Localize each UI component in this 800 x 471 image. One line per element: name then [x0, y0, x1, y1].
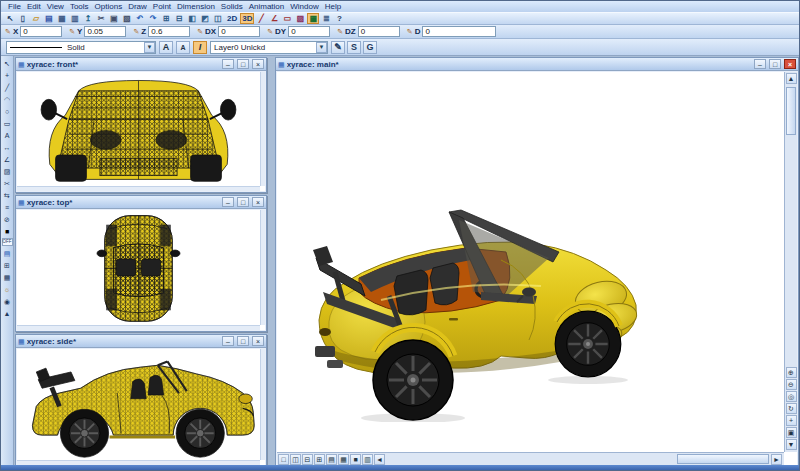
vertical-scroll-thumb[interactable]	[786, 87, 796, 135]
viewport-top-titlebar[interactable]: ▦ xyrace: top* – □ ×	[16, 196, 266, 209]
vertical-scroll-track[interactable]	[785, 85, 797, 367]
minimize-button[interactable]: –	[222, 197, 234, 207]
scroll-right-button[interactable]: ►	[771, 454, 782, 465]
chevron-down-icon[interactable]: ▼	[144, 42, 155, 53]
coord-lock-icon[interactable]: ✎	[407, 28, 413, 36]
close-button[interactable]: ×	[252, 336, 264, 346]
spline-button[interactable]: S	[347, 41, 361, 54]
menu-dimension[interactable]: Dimension	[174, 2, 218, 11]
viewport-scrollbar[interactable]	[260, 210, 265, 325]
circle-tool-icon[interactable]: ○	[2, 106, 13, 116]
viewport-main-canvas[interactable]	[277, 72, 784, 452]
color-swatch-black[interactable]: ■	[2, 226, 13, 236]
italic-button[interactable]: I	[193, 41, 207, 54]
coord-input[interactable]: 0.05	[84, 26, 126, 37]
coord-input[interactable]: 0	[422, 26, 496, 37]
view-wireframe-button[interactable]: ▥	[362, 454, 373, 465]
layer-list-icon[interactable]: ≣	[320, 13, 332, 24]
coord-lock-icon[interactable]: ✎	[267, 28, 273, 36]
view-quad-button[interactable]: ⊞	[314, 454, 325, 465]
new-file-icon[interactable]: ▯	[17, 13, 29, 24]
view-front-icon[interactable]: ◧	[186, 13, 198, 24]
coord-input[interactable]: 0	[20, 26, 62, 37]
menu-window[interactable]: Window	[287, 2, 321, 11]
coord-lock-icon[interactable]: ✎	[337, 28, 343, 36]
box-tool-icon[interactable]: ▭	[281, 13, 293, 24]
view-top-icon[interactable]: ◩	[199, 13, 211, 24]
offset-tool-icon[interactable]: ≡	[2, 202, 13, 212]
angle-tool-icon[interactable]: ∠	[2, 154, 13, 164]
point-tool-icon[interactable]: +	[2, 70, 13, 80]
camera-icon[interactable]: ◉	[2, 296, 13, 306]
render-icon[interactable]: ▲	[2, 308, 13, 318]
minimize-button[interactable]: –	[222, 59, 234, 69]
menu-help[interactable]: Help	[322, 2, 344, 11]
off-toggle[interactable]: OFF	[2, 238, 13, 246]
viewport-scrollbar[interactable]	[17, 325, 260, 330]
menu-view[interactable]: View	[44, 2, 67, 11]
layers-icon[interactable]: ▤	[2, 248, 13, 258]
coord-input[interactable]: 0	[358, 26, 400, 37]
refresh-view-icon[interactable]: ▣	[786, 427, 797, 438]
maximize-button[interactable]: □	[237, 336, 249, 346]
snap-icon[interactable]: ⊞	[2, 260, 13, 270]
line-tool-icon[interactable]: ╱	[2, 82, 13, 92]
print-icon[interactable]: ▦	[56, 13, 68, 24]
scroll-down-button[interactable]: ▼	[786, 439, 797, 450]
mirror-tool-icon[interactable]: ⇆	[2, 190, 13, 200]
plot-icon[interactable]: ▥	[69, 13, 81, 24]
chevron-down-icon[interactable]: ▼	[316, 42, 327, 53]
hatch-tool-icon[interactable]: ▨	[294, 13, 306, 24]
minimize-button[interactable]: –	[754, 59, 766, 69]
view-split-h-button[interactable]: ◫	[290, 454, 301, 465]
horizontal-scroll-thumb[interactable]	[677, 454, 769, 464]
paste-icon[interactable]: ▧	[121, 13, 133, 24]
pointer-icon[interactable]: ↖	[4, 13, 16, 24]
zoom-extents-icon[interactable]: ◎	[786, 391, 797, 402]
coord-input[interactable]: 0.6	[148, 26, 190, 37]
menu-edit[interactable]: Edit	[24, 2, 44, 11]
layer-select[interactable]: Layer0 Unlckd ▼	[210, 41, 328, 54]
copy-icon[interactable]: ▣	[108, 13, 120, 24]
select-arrow-icon[interactable]: ↖	[2, 58, 13, 68]
close-button[interactable]: ×	[252, 197, 264, 207]
menu-file[interactable]: File	[5, 2, 24, 11]
help-icon[interactable]: ?	[333, 13, 345, 24]
edit-style-icon[interactable]: ✎	[331, 41, 345, 54]
arc-tool-icon[interactable]: ◠	[2, 94, 13, 104]
light-icon[interactable]: ☼	[2, 284, 13, 294]
hatch-tool-icon[interactable]: ▨	[2, 166, 13, 176]
view-split-v-button[interactable]: ⊟	[302, 454, 313, 465]
view-shaded-button[interactable]: ■	[350, 454, 361, 465]
dimension-tool-icon[interactable]: ↔	[2, 142, 13, 152]
viewport-side-titlebar[interactable]: ▦ xyrace: side* – □ ×	[16, 335, 266, 348]
coord-input[interactable]: 0	[218, 26, 260, 37]
view-grid-button[interactable]: ▦	[338, 454, 349, 465]
maximize-button[interactable]: □	[769, 59, 781, 69]
redo-icon[interactable]: ↷	[147, 13, 159, 24]
angle-tool-icon[interactable]: ∠	[268, 13, 280, 24]
line-style-select[interactable]: Solid ▼	[6, 41, 156, 54]
horizontal-scroll-track[interactable]	[386, 453, 771, 465]
undo-icon[interactable]: ↶	[134, 13, 146, 24]
pan-icon[interactable]: +	[786, 415, 797, 426]
menu-draw[interactable]: Draw	[125, 2, 150, 11]
scroll-left-button[interactable]: ◄	[374, 454, 385, 465]
menu-options[interactable]: Options	[92, 2, 126, 11]
view-list-button[interactable]: ▤	[326, 454, 337, 465]
zoom-window-icon[interactable]: ⊞	[160, 13, 172, 24]
export-icon[interactable]: ↥	[82, 13, 94, 24]
menu-tools[interactable]: Tools	[67, 2, 92, 11]
viewport-scrollbar[interactable]	[17, 186, 260, 191]
coord-input[interactable]: 0	[288, 26, 330, 37]
viewport-front-titlebar[interactable]: ▦ xyrace: front* – □ ×	[16, 58, 266, 71]
cut-icon[interactable]: ✂	[95, 13, 107, 24]
maximize-button[interactable]: □	[237, 197, 249, 207]
viewport-scrollbar[interactable]	[260, 72, 265, 186]
minimize-button[interactable]: –	[222, 336, 234, 346]
menu-solids[interactable]: Solids	[218, 2, 246, 11]
open-folder-icon[interactable]: ▱	[30, 13, 42, 24]
shade-mode-icon[interactable]: ▦	[307, 13, 319, 24]
viewport-top-canvas[interactable]	[17, 210, 265, 330]
mode-3d-button[interactable]: 3D	[240, 13, 254, 24]
